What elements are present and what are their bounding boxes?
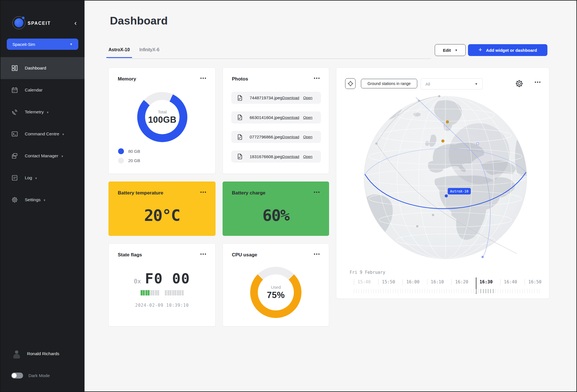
donut-center-label: Total <box>158 109 167 114</box>
flag-bit <box>174 290 176 295</box>
dark-mode-toggle[interactable] <box>11 373 23 378</box>
state-flag-bits <box>109 290 215 295</box>
user-profile[interactable]: Ronald Richards <box>11 348 59 359</box>
page-title: Dashboard <box>110 15 168 27</box>
ellipsis-menu-icon[interactable]: ••• <box>314 76 320 80</box>
locate-button[interactable] <box>345 78 356 89</box>
plus-icon: + <box>478 46 482 53</box>
state-flags-value: F0 00 <box>145 270 190 287</box>
photo-row: 0772796866.jpegDownloadOpen <box>231 131 321 143</box>
donut-center-label: Used <box>271 285 281 290</box>
download-link[interactable]: Download <box>282 154 299 159</box>
legend-label: 20 GB <box>128 158 140 163</box>
state-flags-timestamp: 2024-02-09 10:39:10 <box>109 303 215 308</box>
contacts-icon <box>11 153 18 159</box>
dark-mode-row: Dark Mode <box>11 373 50 378</box>
ellipsis-menu-icon[interactable]: ••• <box>535 80 541 84</box>
file-check-icon <box>236 114 243 121</box>
download-link[interactable]: Download <box>282 115 299 120</box>
ground-station-marker[interactable] <box>441 140 445 143</box>
log-icon <box>11 174 18 181</box>
battery-charge-value: 60% <box>223 206 329 224</box>
widget-title: Battery temperature <box>118 190 163 196</box>
flag-bit <box>167 290 169 295</box>
hex-prefix: 0x <box>134 278 141 285</box>
ground-stations-button[interactable]: Ground stations in range <box>361 79 417 88</box>
widget-title: Battery charge <box>232 190 265 196</box>
photos-widget: Photos ••• 7448719734.jpegDownloadOpen66… <box>223 68 329 174</box>
flag-bit <box>145 290 147 295</box>
download-link[interactable]: Download <box>282 135 299 139</box>
memory-widget: Memory ••• Total 100GB 80 GB20 GB <box>108 68 216 174</box>
ellipsis-menu-icon[interactable]: ••• <box>314 190 320 194</box>
photo-filename: 7448719734.jpeg <box>250 95 282 100</box>
sidebar-item-log[interactable]: Log▼ <box>0 167 85 189</box>
sidebar-item-settings[interactable]: Settings▼ <box>0 189 85 211</box>
sidebar-item-label: Settings <box>25 197 41 202</box>
flag-bit <box>179 290 181 295</box>
add-widget-button[interactable]: + Add widget or dashboard <box>468 44 547 56</box>
dashboard-tabs: AstroX-10InfinityX-6 <box>108 47 431 59</box>
battery-charge-widget: Battery charge ••• 60% <box>223 182 329 236</box>
flag-bit <box>177 290 179 295</box>
memory-donut-chart: Total 100GB <box>137 92 187 142</box>
sidebar-item-telemetry[interactable]: Telemetry▼ <box>0 101 85 123</box>
settings-icon <box>11 196 18 203</box>
tab-astrox-10[interactable]: AstroX-10 <box>108 47 130 57</box>
tab-infinityx-6[interactable]: InfinityX-6 <box>139 47 159 57</box>
cpu-usage-widget: CPU usage ••• Used 75% <box>223 243 329 326</box>
flag-bit <box>148 290 150 295</box>
widget-title: Photos <box>232 76 248 82</box>
flag-bit <box>170 290 172 295</box>
ellipsis-menu-icon[interactable]: ••• <box>314 252 320 256</box>
toggle-knob <box>12 373 17 378</box>
sidebar-collapse-icon[interactable]: ‹ <box>74 19 77 27</box>
sidebar-item-dashboard[interactable]: Dashboard <box>0 57 85 79</box>
flag-bit <box>152 290 154 295</box>
dashboard-icon <box>11 65 18 71</box>
user-name: Ronald Richards <box>27 351 59 356</box>
photo-filename: 0772796866.jpeg <box>250 135 282 139</box>
satellite-marker[interactable] <box>445 194 448 198</box>
calendar-icon <box>11 87 18 93</box>
ground-station-marker[interactable] <box>446 120 449 124</box>
timeline-date: Fri 9 February <box>350 270 385 275</box>
download-link[interactable]: Download <box>282 96 299 100</box>
satellite-filter-select[interactable]: All ▼ <box>421 78 483 89</box>
flag-bit <box>155 290 157 295</box>
brand-name: SPACEIT <box>28 21 51 26</box>
photo-filename: 6630141604.jpeg <box>250 115 282 120</box>
flag-bit <box>141 290 143 295</box>
svg-text:AstroX-10: AstroX-10 <box>450 189 468 193</box>
widget-title: State flags <box>118 252 142 258</box>
map-widget: AstroX-10 Ground stations in range All ▼… <box>336 68 549 299</box>
sidebar-item-contact-manager[interactable]: Contact Manager▼ <box>0 145 85 167</box>
legend-label: 80 GB <box>128 149 140 154</box>
open-link[interactable]: Open <box>303 154 312 159</box>
sidebar-item-calendar[interactable]: Calendar <box>0 79 85 101</box>
legend-item: 80 GB <box>118 148 140 154</box>
sidebar-nav: DashboardCalendarTelemetry▼Command Centr… <box>0 57 85 211</box>
sidebar-item-label: Command Centre <box>25 131 59 136</box>
gear-icon <box>515 79 523 88</box>
globe-visualization[interactable]: AstroX-10 <box>336 68 550 299</box>
map-settings-button[interactable] <box>515 79 523 88</box>
file-check-icon <box>236 95 243 101</box>
flag-bit <box>157 290 159 295</box>
state-flags-widget: State flags ••• 0xF0 00 2024-02-09 10:39… <box>108 243 216 326</box>
workspace-selector[interactable]: Spaceit-Sim ▼ <box>7 39 78 50</box>
ellipsis-menu-icon[interactable]: ••• <box>200 190 207 194</box>
chevron-down-icon: ▼ <box>455 49 458 52</box>
satellite-badge[interactable]: AstroX-10 <box>448 188 471 194</box>
sidebar-item-command-centre[interactable]: Command Centre▼ <box>0 123 85 145</box>
ellipsis-menu-icon[interactable]: ••• <box>200 252 207 256</box>
ellipsis-menu-icon[interactable]: ••• <box>200 76 207 80</box>
dark-mode-label: Dark Mode <box>28 373 50 378</box>
chevron-down-icon: ▼ <box>70 42 73 46</box>
open-link[interactable]: Open <box>303 96 312 100</box>
open-link[interactable]: Open <box>303 115 312 120</box>
flag-bit <box>165 290 167 295</box>
sidebar-item-label: Dashboard <box>25 66 46 71</box>
edit-button[interactable]: Edit ▼ <box>435 44 466 56</box>
open-link[interactable]: Open <box>303 135 312 139</box>
